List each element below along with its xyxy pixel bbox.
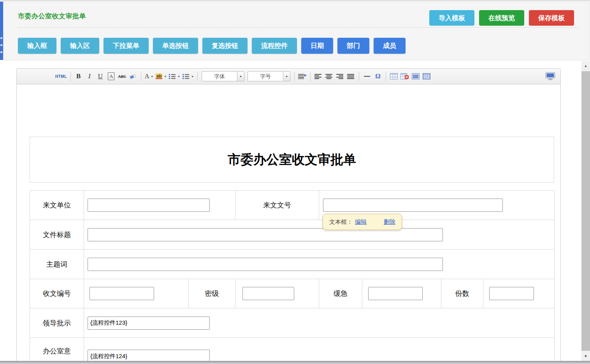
import-template-button[interactable]: 导入模板 <box>429 10 474 26</box>
toolbar-separator <box>294 72 295 81</box>
align-center-button[interactable] <box>325 71 334 81</box>
header-actions: 导入模板 在线预览 保存模板 <box>425 10 574 26</box>
font-color-button[interactable]: A ▼ <box>145 71 154 81</box>
field-label: 密级 <box>189 279 235 308</box>
tooltip-label: 文本框： <box>329 218 353 226</box>
header-panel: 市委办公室收文审批单 导入模板 在线预览 保存模板 输入框 输入区 下拉菜单 单… <box>3 1 590 60</box>
window-top-edge <box>0 0 590 1</box>
highlight-ab-icon: ab <box>156 74 162 79</box>
component-button-date[interactable]: 日期 <box>301 38 333 54</box>
field-label: 来文文号 <box>235 191 319 220</box>
chevron-down-icon: ▼ <box>164 75 167 78</box>
table-properties-icon <box>412 73 420 79</box>
doc-number-input[interactable] <box>323 199 503 212</box>
component-toolbar: 输入框 输入区 下拉菜单 单选按钮 复选按钮 流程控件 日期 部门 成员 <box>18 38 410 54</box>
table-properties-button[interactable] <box>411 71 420 81</box>
component-button-checkbox[interactable]: 复选按钮 <box>202 38 248 54</box>
align-left-icon <box>314 74 322 79</box>
scrollbar-thumb[interactable] <box>581 71 590 351</box>
insert-table-button[interactable] <box>390 71 398 81</box>
indent-button[interactable] <box>298 71 307 81</box>
component-button-member[interactable]: 成员 <box>374 38 406 54</box>
toolbar-separator <box>70 72 71 81</box>
toolbar-separator <box>197 72 198 81</box>
unordered-list-button[interactable]: ▼ <box>183 71 194 81</box>
highlight-button[interactable]: ab ▼ <box>156 71 167 81</box>
editor-toolbar: HTML B I U A ABC A ▼ ab ▼ <box>17 69 560 84</box>
delete-table-button[interactable] <box>400 71 409 81</box>
scroll-up-button[interactable]: ▲ <box>581 61 590 70</box>
delete-table-icon <box>400 73 409 79</box>
clipped-edge-widget <box>0 2 3 60</box>
up-arrow-icon: ▲ <box>584 64 588 68</box>
special-char-button[interactable]: Ω <box>374 71 382 81</box>
fullscreen-button[interactable] <box>545 71 555 81</box>
toolbar-separator <box>141 72 141 81</box>
field-tooltip: 文本框： 编辑 删除 <box>323 214 402 230</box>
edit-link[interactable]: 编辑 <box>355 218 367 226</box>
font-family-label: 字体 <box>202 72 237 81</box>
align-left-button[interactable] <box>314 71 323 81</box>
font-color-a-icon: A <box>145 73 149 80</box>
leader-comment-input[interactable] <box>88 317 210 330</box>
indent-icon <box>298 74 307 79</box>
remove-format-button[interactable]: A <box>107 71 116 81</box>
component-button-department[interactable]: 部门 <box>337 38 369 54</box>
chevron-down-icon: ▼ <box>177 75 180 78</box>
table-row: 办公室意 <box>30 338 555 364</box>
unordered-list-icon <box>183 74 190 79</box>
component-button-text-area[interactable]: 输入区 <box>61 38 99 54</box>
eraser-button[interactable] <box>129 71 137 81</box>
ordered-list-button[interactable]: ▼ <box>169 71 180 81</box>
receipt-number-input[interactable] <box>90 287 154 300</box>
chevron-down-icon: ▼ <box>191 75 194 78</box>
boxed-a-icon: A <box>108 72 114 80</box>
table-row: 领导批示 <box>30 308 555 338</box>
scrollbar-track[interactable]: ▲ ▼ <box>581 61 590 361</box>
page-title: 市委办公室收文审批单 <box>18 12 86 21</box>
source-unit-input[interactable] <box>88 199 210 212</box>
field-label: 文件标题 <box>30 220 84 250</box>
chevron-down-icon: ▼ <box>283 72 290 81</box>
scroll-down-button[interactable]: ▼ <box>581 352 590 361</box>
html-source-button[interactable]: HTML <box>55 71 67 81</box>
form-table: 来文单位 来文文号 文件标题 主题词 收文编号 密 <box>30 190 555 364</box>
component-button-input-box[interactable]: 输入框 <box>18 38 56 54</box>
dashed-divider <box>18 27 578 28</box>
component-button-radio[interactable]: 单选按钮 <box>153 38 198 54</box>
font-size-label: 字号 <box>248 72 283 81</box>
component-button-flow-control[interactable]: 流程控件 <box>252 38 297 54</box>
table-row: 来文单位 来文文号 <box>30 191 555 220</box>
align-right-button[interactable] <box>336 71 344 81</box>
field-label: 收文编号 <box>30 279 84 308</box>
horizontal-rule-button[interactable]: — <box>363 71 371 81</box>
underline-button[interactable]: U <box>96 71 105 81</box>
table-row: 文件标题 <box>30 220 555 250</box>
table-grid-button[interactable] <box>422 71 431 81</box>
table-row: 主题词 <box>30 250 555 279</box>
align-right-icon <box>336 74 344 79</box>
font-size-select[interactable]: 字号 ▼ <box>248 71 290 81</box>
field-label: 缓急 <box>319 279 362 308</box>
copies-input[interactable] <box>489 287 534 300</box>
table-icon <box>390 73 398 79</box>
subject-word-input[interactable] <box>88 258 443 271</box>
delete-link[interactable]: 删除 <box>384 218 395 226</box>
eraser-icon <box>130 74 137 79</box>
strikethrough-button[interactable]: ABC <box>118 71 126 81</box>
online-preview-button[interactable]: 在线预览 <box>479 10 524 26</box>
field-label: 份数 <box>441 279 483 308</box>
justify-button[interactable] <box>347 71 355 81</box>
urgency-input[interactable] <box>368 287 423 300</box>
save-template-button[interactable]: 保存模板 <box>529 10 574 26</box>
table-row: 收文编号 密级 缓急 份数 <box>30 279 555 308</box>
italic-button[interactable]: I <box>85 71 94 81</box>
form-title: 市委办公室收文审批单 <box>30 137 554 183</box>
secrecy-level-input[interactable] <box>242 287 294 300</box>
toolbar-separator <box>386 72 386 81</box>
table-grid-icon <box>423 73 430 79</box>
rich-text-editor: HTML B I U A ABC A ▼ ab ▼ <box>16 68 561 364</box>
font-family-select[interactable]: 字体 ▼ <box>202 71 244 81</box>
bold-button[interactable]: B <box>74 71 83 81</box>
component-button-dropdown[interactable]: 下拉菜单 <box>104 38 149 54</box>
